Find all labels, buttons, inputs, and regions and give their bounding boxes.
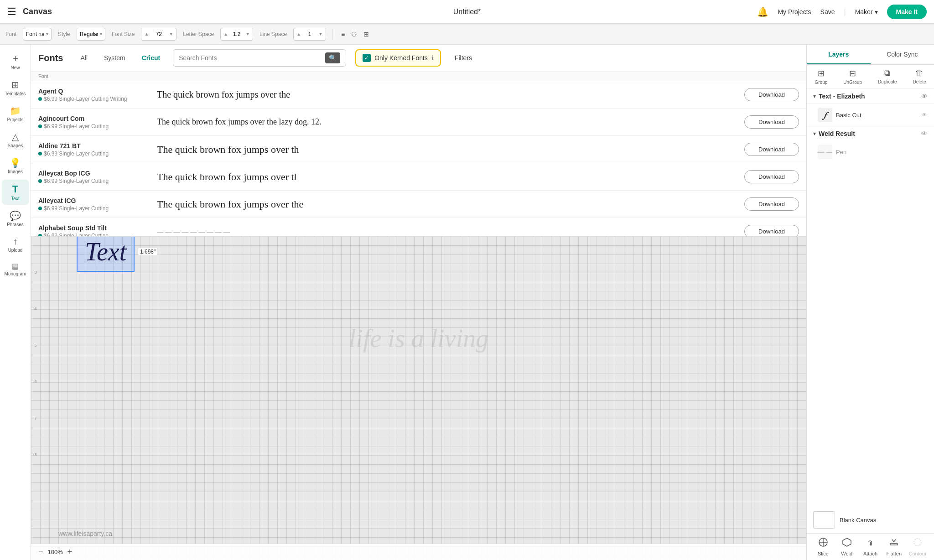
text-elizabeth-section[interactable]: ▾ Text - Elizabeth 👁 — [807, 89, 934, 104]
font-preview: The quick brown fox jumps over tl — [157, 171, 744, 183]
sidebar-item-phrases[interactable]: 💬 Phrases — [2, 207, 29, 231]
right-panel-tabs: Layers Color Sync — [807, 45, 934, 65]
topbar: ☰ Canvas Untitled* 🔔 My Projects Save | … — [0, 0, 934, 24]
style-arrow[interactable]: ▾ — [100, 31, 102, 36]
sidebar-item-monogram[interactable]: ▤ Monogram — [2, 258, 29, 280]
font-row[interactable]: Agincourt Com $6.99 Single-Layer Cutting… — [31, 109, 806, 136]
font-size-field[interactable] — [150, 31, 167, 37]
line-space-field[interactable] — [303, 31, 317, 37]
download-button[interactable]: Download — [744, 88, 799, 101]
letter-space-input[interactable]: ▲ ▼ — [220, 28, 253, 41]
layer-label-basic-cut: Basic Cut — [836, 112, 918, 119]
kerned-info-icon[interactable]: ℹ — [431, 54, 434, 62]
phrases-icon: 💬 — [10, 210, 21, 221]
letter-space-label: Letter Space — [183, 31, 214, 37]
font-tab-system[interactable]: System — [100, 52, 129, 63]
download-button[interactable]: Download — [744, 115, 799, 129]
ls-down[interactable]: ▼ — [245, 31, 250, 36]
slice-label: Slice — [818, 551, 829, 556]
download-button[interactable]: Download — [744, 197, 799, 211]
flatten-label: Flatten — [886, 551, 902, 556]
font-row[interactable]: Alleycat Bop ICG $6.99 Single-Layer Cutt… — [31, 163, 806, 191]
weld-visibility-icon[interactable]: 👁 — [921, 130, 928, 137]
delete-tool[interactable]: 🗑 Delete — [913, 68, 926, 85]
attach-tool[interactable]: Attach — [859, 537, 881, 556]
download-button[interactable]: Download — [744, 170, 799, 183]
font-row[interactable]: Alleycat ICG $6.99 Single-Layer Cutting … — [31, 191, 806, 218]
align-people-btn[interactable]: ⚇ — [349, 30, 359, 39]
font-row[interactable]: Aldine 721 BT $6.99 Single-Layer Cutting… — [31, 136, 806, 163]
lns-down[interactable]: ▼ — [318, 31, 323, 36]
line-space-input[interactable]: ▲ ▼ — [293, 28, 326, 41]
font-arrow[interactable]: ▾ — [46, 31, 48, 36]
zoom-in-button[interactable]: + — [67, 547, 73, 557]
font-family-input[interactable]: ▾ — [23, 28, 52, 41]
filters-button[interactable]: Filters — [450, 52, 477, 64]
layer-item-basic-cut[interactable]: 𝒇 Basic Cut 👁 — [807, 104, 934, 126]
sidebar-item-projects[interactable]: 📁 Projects — [2, 102, 29, 126]
weld-tool[interactable]: Weld — [836, 537, 858, 556]
group-tool[interactable]: ⊞ Group — [815, 68, 828, 85]
section1-visibility-icon[interactable]: 👁 — [921, 93, 928, 100]
attach-label: Attach — [863, 551, 877, 556]
font-info: Agincourt Com $6.99 Single-Layer Cutting — [38, 115, 157, 130]
align-left-btn[interactable]: ≡ — [339, 30, 347, 39]
save-button[interactable]: Save — [820, 8, 835, 16]
sidebar-item-templates[interactable]: ⊞ Templates — [2, 76, 29, 100]
dimension-height: 1.698" — [138, 248, 157, 255]
blank-canvas-row[interactable]: Blank Canvas — [807, 507, 934, 533]
tab-layers[interactable]: Layers — [807, 45, 871, 64]
zoom-out-button[interactable]: − — [38, 547, 43, 557]
duplicate-tool[interactable]: ⧉ Duplicate — [878, 68, 897, 85]
weld-header[interactable]: ▾ Weld Result 👁 — [807, 126, 934, 141]
download-button[interactable]: Download — [744, 143, 799, 156]
font-search-input[interactable] — [179, 54, 322, 62]
lns-up[interactable]: ▲ — [296, 31, 301, 36]
font-tab-cricut[interactable]: Cricut — [138, 52, 164, 63]
font-panel: Fonts All System Cricut 🔍 ✓ Only Kerned … — [31, 45, 806, 237]
canvas-text-element[interactable]: 2.54" Text 1.698" — [77, 232, 135, 272]
kerned-check-icon: ✓ — [363, 54, 371, 62]
align-grid-btn[interactable]: ⊞ — [362, 30, 371, 39]
sidebar-item-text[interactable]: T Text — [2, 180, 29, 205]
slice-tool[interactable]: Slice — [812, 537, 834, 556]
font-size-input[interactable]: ▲ ▼ — [141, 28, 176, 41]
sidebar-item-new[interactable]: ＋ New — [2, 48, 29, 74]
my-projects-link[interactable]: My Projects — [778, 8, 811, 16]
font-family-field[interactable] — [26, 31, 44, 37]
sidebar-item-images[interactable]: 💡 Images — [2, 154, 29, 178]
sidebar-item-upload[interactable]: ↑ Upload — [2, 233, 29, 256]
tab-color-sync[interactable]: Color Sync — [871, 45, 934, 64]
font-row[interactable]: Agent Q $6.99 Single-Layer Cutting Writi… — [31, 81, 806, 109]
size-down[interactable]: ▼ — [169, 31, 173, 36]
sidebar-item-shapes[interactable]: △ Shapes — [2, 128, 29, 152]
contour-tool[interactable]: Contour — [907, 537, 929, 556]
contour-icon — [913, 537, 923, 550]
weld-item-pen[interactable]: — — Pen — [807, 141, 934, 163]
download-button[interactable]: Download — [744, 225, 799, 236]
font-preview: — — — — — — — — — — [157, 228, 744, 236]
ls-up[interactable]: ▲ — [223, 31, 228, 36]
layer-eye-icon[interactable]: 👁 — [922, 112, 928, 119]
only-kerned-checkbox[interactable]: ✓ Only Kerned Fonts ℹ — [355, 49, 441, 67]
font-tab-all[interactable]: All — [77, 52, 91, 63]
font-search-button[interactable]: 🔍 — [325, 52, 340, 63]
make-it-button[interactable]: Make It — [887, 5, 927, 19]
flatten-tool[interactable]: Flatten — [883, 537, 905, 556]
topbar-right: 🔔 My Projects Save | Maker ▾ Make It — [757, 5, 927, 19]
app-logo: Canvas — [23, 7, 52, 16]
letter-space-field[interactable] — [230, 31, 244, 37]
font-style-field[interactable] — [80, 31, 98, 37]
font-search-box[interactable]: 🔍 — [173, 49, 346, 67]
maker-dropdown[interactable]: Maker ▾ — [855, 8, 878, 16]
size-up[interactable]: ▲ — [144, 31, 149, 36]
font-row[interactable]: Alphabet Soup Std Tilt $6.99 Single-Laye… — [31, 218, 806, 236]
font-panel-title: Fonts — [38, 53, 63, 63]
font-style-input[interactable]: ▾ — [77, 28, 105, 41]
kerned-label: Only Kerned Fonts — [374, 54, 428, 62]
bell-icon[interactable]: 🔔 — [757, 6, 768, 17]
menu-icon[interactable]: ☰ — [7, 6, 16, 18]
right-panel: Layers Color Sync ⊞ Group ⊟ UnGroup ⧉ Du… — [806, 45, 934, 560]
group-icon: ⊞ — [818, 68, 825, 78]
ungroup-tool[interactable]: ⊟ UnGroup — [843, 68, 862, 85]
